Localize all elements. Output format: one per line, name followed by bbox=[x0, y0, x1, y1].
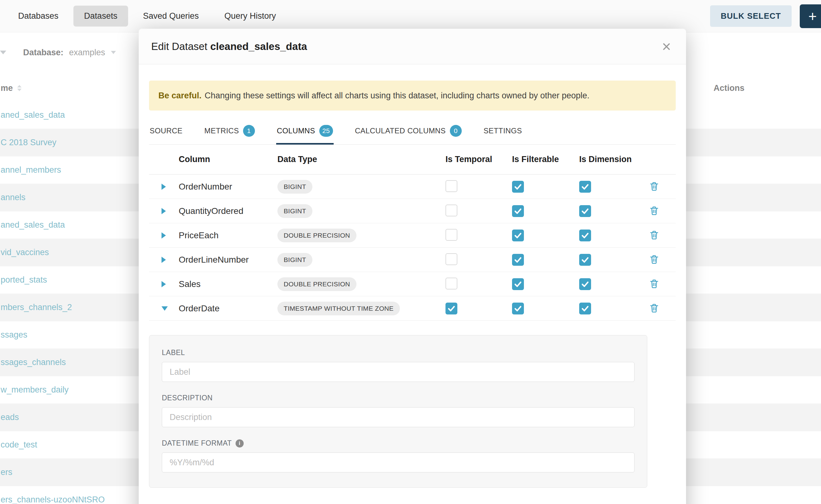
bulk-select-button[interactable]: BULK SELECT bbox=[710, 5, 792, 27]
tab-columns[interactable]: COLUMNS 25 bbox=[276, 120, 334, 144]
tab-count-badge: 0 bbox=[450, 125, 462, 137]
is-dimension-checkbox[interactable] bbox=[579, 230, 591, 241]
col-header-data-type: Data Type bbox=[277, 155, 446, 164]
column-name: PriceEach bbox=[179, 230, 277, 240]
description-input[interactable] bbox=[162, 407, 635, 427]
warning-banner: Be careful. Changing these settings will… bbox=[149, 81, 676, 111]
delete-column-icon[interactable] bbox=[649, 205, 660, 216]
datetime-format-input[interactable] bbox=[162, 452, 635, 472]
nav-tab-query-history[interactable]: Query History bbox=[214, 6, 286, 27]
top-navbar: DatabasesDatasetsSaved QueriesQuery Hist… bbox=[0, 0, 821, 32]
close-icon[interactable]: × bbox=[660, 37, 674, 56]
modal-tabs: SOURCE METRICS 1 COLUMNS 25 CALCULATED C… bbox=[149, 120, 676, 145]
delete-column-icon[interactable] bbox=[649, 230, 660, 240]
tab-settings[interactable]: SETTINGS bbox=[483, 120, 523, 144]
is-filterable-checkbox[interactable] bbox=[512, 181, 524, 193]
info-icon: i bbox=[235, 439, 244, 447]
column-name: QuantityOrdered bbox=[179, 206, 277, 216]
is-temporal-checkbox[interactable] bbox=[446, 303, 458, 314]
modal-title-dataset-name: cleaned_sales_data bbox=[210, 41, 307, 52]
tab-label: CALCULATED COLUMNS bbox=[355, 126, 446, 135]
columns-table-header: ColumnData TypeIs TemporalIs FilterableI… bbox=[149, 145, 676, 175]
description-field-label: DESCRIPTION bbox=[162, 394, 635, 402]
is-dimension-checkbox[interactable] bbox=[579, 181, 591, 193]
tab-calculated-columns[interactable]: CALCULATED COLUMNS 0 bbox=[354, 120, 463, 144]
delete-column-icon[interactable] bbox=[649, 303, 660, 313]
col-header-column: Column bbox=[179, 155, 277, 164]
data-type-pill: DOUBLE PRECISION bbox=[277, 277, 356, 291]
is-filterable-checkbox[interactable] bbox=[512, 303, 524, 314]
is-dimension-checkbox[interactable] bbox=[579, 254, 591, 266]
delete-column-icon[interactable] bbox=[649, 181, 660, 191]
nav-tab-datasets[interactable]: Datasets bbox=[73, 6, 128, 27]
col-header-is-dimension: Is Dimension bbox=[579, 155, 646, 164]
modal-title: Edit Dataset cleaned_sales_data bbox=[151, 41, 307, 52]
column-row-priceeach: PriceEach DOUBLE PRECISION bbox=[149, 223, 676, 248]
data-type-pill: BIGINT bbox=[277, 180, 312, 194]
expand-caret-icon[interactable] bbox=[161, 257, 166, 263]
expand-caret-icon[interactable] bbox=[161, 208, 166, 214]
column-row-quantityordered: QuantityOrdered BIGINT bbox=[149, 199, 676, 223]
is-temporal-checkbox[interactable] bbox=[446, 278, 458, 289]
column-detail-panel: LABEL DESCRIPTION DATETIME FORMAT i bbox=[149, 335, 647, 488]
is-dimension-checkbox[interactable] bbox=[579, 303, 591, 314]
is-filterable-checkbox[interactable] bbox=[512, 230, 524, 241]
expand-caret-icon[interactable] bbox=[161, 184, 166, 190]
warning-banner-bold: Be careful. bbox=[158, 91, 201, 101]
is-dimension-checkbox[interactable] bbox=[579, 205, 591, 217]
label-field-label: LABEL bbox=[162, 348, 635, 357]
tab-count-badge: 1 bbox=[243, 125, 255, 137]
tab-source[interactable]: SOURCE bbox=[149, 120, 183, 144]
data-type-pill: BIGINT bbox=[277, 204, 312, 218]
tab-label: COLUMNS bbox=[277, 126, 315, 135]
column-row-ordernumber: OrderNumber BIGINT bbox=[149, 175, 676, 199]
columns-table-rows: OrderNumber BIGINT QuantityOrdered BIGIN… bbox=[149, 175, 676, 321]
tab-label: SETTINGS bbox=[484, 126, 522, 135]
data-type-pill: DOUBLE PRECISION bbox=[277, 229, 356, 242]
is-temporal-checkbox[interactable] bbox=[446, 253, 458, 265]
datetime-format-field-label: DATETIME FORMAT bbox=[162, 439, 232, 447]
delete-column-icon[interactable] bbox=[649, 254, 660, 264]
data-type-pill: BIGINT bbox=[277, 253, 312, 267]
nav-tab-saved-queries[interactable]: Saved Queries bbox=[132, 6, 210, 27]
column-row-sales: Sales DOUBLE PRECISION bbox=[149, 272, 676, 296]
column-name: OrderDate bbox=[179, 304, 277, 314]
columns-table: ColumnData TypeIs TemporalIs FilterableI… bbox=[149, 145, 676, 321]
collapse-caret-icon[interactable] bbox=[161, 306, 168, 311]
delete-column-icon[interactable] bbox=[649, 278, 660, 289]
warning-banner-text: Changing these settings will affect all … bbox=[205, 91, 590, 101]
tab-label: METRICS bbox=[204, 126, 239, 135]
col-header-is-filterable: Is Filterable bbox=[512, 155, 579, 164]
is-filterable-checkbox[interactable] bbox=[512, 205, 524, 217]
edit-dataset-modal: Edit Dataset cleaned_sales_data × Be car… bbox=[139, 29, 686, 504]
expand-caret-icon[interactable] bbox=[161, 232, 166, 239]
is-filterable-checkbox[interactable] bbox=[512, 254, 524, 266]
is-temporal-checkbox[interactable] bbox=[446, 205, 458, 216]
tab-count-badge: 25 bbox=[319, 125, 333, 137]
column-name: OrderNumber bbox=[179, 182, 277, 192]
is-dimension-checkbox[interactable] bbox=[579, 278, 591, 290]
modal-title-prefix: Edit Dataset bbox=[151, 41, 207, 52]
column-row-orderlinenumber: OrderLineNumber BIGINT bbox=[149, 248, 676, 272]
is-filterable-checkbox[interactable] bbox=[512, 278, 524, 290]
modal-header: Edit Dataset cleaned_sales_data × bbox=[139, 29, 686, 64]
expand-caret-icon[interactable] bbox=[161, 281, 166, 287]
nav-tab-databases[interactable]: Databases bbox=[7, 6, 69, 27]
add-dataset-button[interactable]: + bbox=[800, 4, 821, 28]
tab-label: SOURCE bbox=[150, 126, 182, 135]
column-row-orderdate: OrderDate TIMESTAMP WITHOUT TIME ZONE bbox=[149, 296, 676, 321]
label-input[interactable] bbox=[162, 362, 635, 382]
data-type-pill: TIMESTAMP WITHOUT TIME ZONE bbox=[277, 302, 400, 315]
nav-tabs: DatabasesDatasetsSaved QueriesQuery Hist… bbox=[7, 6, 286, 27]
col-header-is-temporal: Is Temporal bbox=[446, 155, 512, 164]
column-name: OrderLineNumber bbox=[179, 255, 277, 265]
is-temporal-checkbox[interactable] bbox=[446, 229, 458, 241]
is-temporal-checkbox[interactable] bbox=[446, 180, 458, 192]
column-name: Sales bbox=[179, 279, 277, 289]
tab-metrics[interactable]: METRICS 1 bbox=[204, 120, 255, 144]
